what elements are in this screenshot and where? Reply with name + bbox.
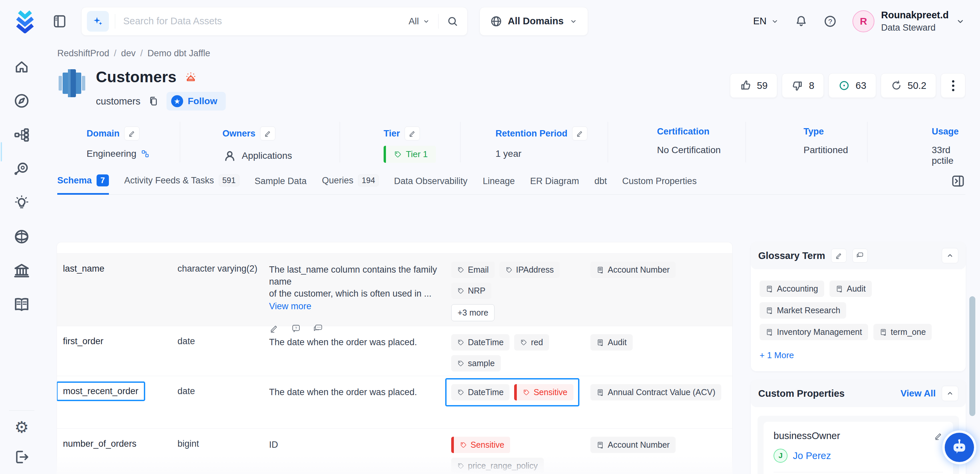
sidebar-toggle-icon[interactable] bbox=[52, 13, 67, 30]
page-scrollbar-thumb[interactable] bbox=[969, 296, 975, 416]
edit-owners-button[interactable] bbox=[260, 126, 275, 140]
tab-lineage[interactable]: Lineage bbox=[483, 176, 515, 194]
ai-sparkle-icon[interactable] bbox=[87, 11, 109, 32]
tab-queries[interactable]: Queries194 bbox=[322, 174, 379, 194]
collapse-glossary-button[interactable] bbox=[942, 248, 958, 263]
edit-tier-button[interactable] bbox=[404, 126, 420, 140]
user-menu[interactable]: R Rounakpreet.d Data Steward bbox=[853, 9, 965, 33]
downvote-button[interactable]: 8 bbox=[782, 73, 824, 98]
glossary-book-icon bbox=[597, 266, 605, 274]
collapse-right-panel-icon[interactable] bbox=[951, 174, 965, 188]
sensitive-tag-chip[interactable]: Sensitive bbox=[451, 437, 510, 453]
collapse-custom-properties-button[interactable] bbox=[942, 386, 958, 401]
search-icon[interactable] bbox=[447, 15, 458, 27]
sensitive-tag-chip[interactable]: Sensitive bbox=[514, 384, 573, 401]
sidebar-item-home[interactable] bbox=[12, 57, 31, 76]
request-description-icon[interactable]: ? bbox=[291, 323, 301, 334]
tab-schema[interactable]: Schema7 bbox=[57, 174, 109, 195]
view-more-link[interactable]: View more bbox=[269, 300, 451, 312]
tab-dbt[interactable]: dbt bbox=[594, 176, 607, 194]
meta-label: Certification bbox=[657, 126, 710, 137]
brand-logo-icon[interactable] bbox=[14, 9, 36, 33]
tag-chip[interactable]: IPAddress bbox=[500, 262, 560, 278]
sidebar-item-insights[interactable] bbox=[12, 193, 31, 212]
glossary-term-chip[interactable]: Market Research bbox=[760, 302, 846, 318]
help-icon[interactable]: ? bbox=[823, 14, 837, 28]
glossary-term-chip[interactable]: term_one bbox=[873, 324, 932, 340]
glossary-term-chip[interactable]: Inventory Management bbox=[760, 324, 868, 340]
glossary-term-chip[interactable]: Audit bbox=[590, 334, 633, 350]
user-role: Data Steward bbox=[881, 22, 949, 33]
breadcrumb-item[interactable]: Demo dbt Jaffle bbox=[148, 48, 210, 59]
alert-siren-icon[interactable] bbox=[184, 70, 198, 84]
table-row[interactable]: last_name character varying(2) The last_… bbox=[57, 254, 732, 326]
more-tags-chip[interactable]: +3 more bbox=[451, 304, 495, 321]
avatar-initial: R bbox=[860, 16, 867, 27]
search-scope-dropdown[interactable]: All bbox=[409, 16, 430, 27]
more-actions-button[interactable] bbox=[941, 73, 965, 98]
edit-glossary-terms-button[interactable] bbox=[831, 249, 846, 262]
score-button[interactable]: 50.2 bbox=[881, 73, 936, 98]
tab-sample-data[interactable]: Sample Data bbox=[255, 176, 307, 194]
glossary-term-chip[interactable]: Accounting bbox=[760, 281, 824, 297]
sidebar-bottom: ⚙ bbox=[0, 410, 43, 474]
tab-er-diagram[interactable]: ER Diagram bbox=[530, 176, 579, 194]
upvote-button[interactable]: 59 bbox=[730, 73, 777, 98]
table-row[interactable]: number_of_orders bigint ID Sensitive pri… bbox=[57, 429, 732, 474]
follow-button[interactable]: ★ Follow bbox=[167, 92, 226, 110]
glossary-term-chip[interactable]: Audit bbox=[829, 281, 872, 297]
notifications-bell-icon[interactable] bbox=[794, 14, 808, 29]
custom-property-key: businessOwner bbox=[773, 430, 943, 441]
table-row[interactable]: first_order date The date when the order… bbox=[57, 326, 732, 376]
sidebar-item-explore[interactable] bbox=[12, 92, 31, 110]
entity-meta-bar: Domain Engineering Owners Applications T… bbox=[49, 122, 965, 162]
tag-chip[interactable]: DateTime bbox=[451, 334, 509, 350]
tag-chip[interactable]: sample bbox=[451, 355, 501, 371]
chatbot-button[interactable] bbox=[945, 433, 974, 462]
logout-icon[interactable] bbox=[13, 449, 30, 465]
breadcrumb-item[interactable]: RedshiftProd bbox=[57, 48, 109, 59]
edit-description-icon[interactable] bbox=[269, 323, 279, 334]
meta-value[interactable]: Applications bbox=[242, 151, 292, 161]
sidebar-item-glossary[interactable] bbox=[12, 295, 31, 314]
glossary-term-chip[interactable]: Account Number bbox=[590, 437, 676, 453]
tag-chip[interactable]: Email bbox=[451, 262, 495, 278]
tag-chip[interactable]: price_range_policy bbox=[451, 458, 544, 474]
language-dropdown[interactable]: EN bbox=[753, 16, 779, 27]
domains-dropdown[interactable]: All Domains bbox=[479, 7, 588, 36]
tag-icon bbox=[457, 360, 465, 367]
sidebar-item-lineage[interactable] bbox=[12, 126, 31, 144]
tag-chip[interactable]: NRP bbox=[451, 283, 492, 299]
comments-icon[interactable] bbox=[313, 323, 323, 334]
tag-chip[interactable]: red bbox=[514, 334, 549, 350]
owner-link[interactable]: Jo Perez bbox=[793, 450, 831, 461]
sidebar-item-domains[interactable] bbox=[12, 227, 31, 246]
tab-activity-feeds[interactable]: Activity Feeds & Tasks591 bbox=[124, 174, 239, 194]
edit-retention-button[interactable] bbox=[572, 126, 587, 140]
view-all-link[interactable]: View All bbox=[900, 388, 936, 399]
glossary-book-icon bbox=[835, 285, 843, 293]
table-row-highlighted[interactable]: most_recent_order date The date when the… bbox=[57, 376, 732, 429]
tab-data-observability[interactable]: Data Observability bbox=[394, 176, 468, 194]
tier-badge[interactable]: Tier 1 bbox=[383, 146, 436, 163]
search-input[interactable] bbox=[123, 16, 401, 27]
tab-custom-properties[interactable]: Custom Properties bbox=[622, 176, 697, 194]
pencil-icon bbox=[934, 431, 943, 441]
settings-gear-icon[interactable]: ⚙ bbox=[14, 419, 29, 435]
views-button[interactable]: 63 bbox=[829, 73, 876, 98]
glossary-more-link[interactable]: + 1 More bbox=[760, 350, 957, 361]
custom-properties-card: Custom Properties View All businessOwner bbox=[751, 380, 966, 474]
edit-domain-button[interactable] bbox=[124, 126, 140, 140]
breadcrumb-item[interactable]: dev bbox=[121, 48, 136, 59]
glossary-term-chip[interactable]: Account Number bbox=[590, 262, 676, 278]
chevron-down-icon bbox=[770, 17, 779, 25]
column-description: ID bbox=[269, 429, 451, 474]
copy-icon[interactable] bbox=[148, 95, 159, 108]
meta-value[interactable]: Engineering bbox=[87, 148, 136, 159]
sidebar-item-observability[interactable] bbox=[12, 159, 31, 178]
glossary-term-chip[interactable]: Annual Contract Value (ACV) bbox=[590, 384, 721, 401]
glossary-comments-button[interactable] bbox=[853, 249, 868, 262]
tag-chip[interactable]: DateTime bbox=[451, 384, 509, 401]
sidebar-item-govern[interactable] bbox=[12, 261, 31, 280]
edit-property-icon[interactable] bbox=[934, 431, 943, 441]
